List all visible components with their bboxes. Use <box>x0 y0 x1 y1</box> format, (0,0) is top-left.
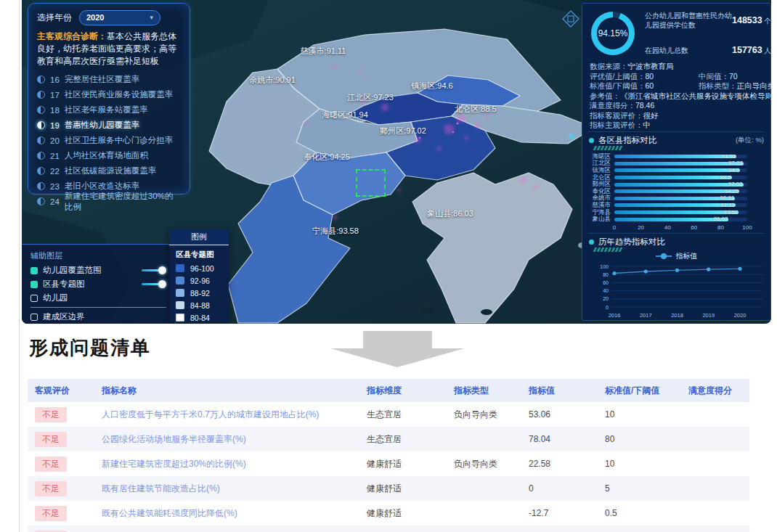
issues-table: 客观评价指标名称指标维度指标类型指标值标准值/下阈值满意度得分 不足人口密度低于… <box>28 379 749 532</box>
cell-name: 既有居住建筑节能改造占比(%) <box>94 476 359 501</box>
svg-text:60: 60 <box>603 280 609 285</box>
decoration-slashes <box>594 146 622 150</box>
bar-axis: 020406080100 <box>614 224 747 232</box>
bar-value-label: 94.25 <box>724 189 739 195</box>
info-label: 指标客观评价： <box>590 111 643 120</box>
info-label: 指标主观评价： <box>590 120 643 129</box>
table-row: 不足新建住宅建筑密度超过30%的比例(%)健康舒适负向导向类22.5810 <box>28 451 749 476</box>
cell-score <box>681 402 749 427</box>
indicator-item[interactable]: 21人均社区体育场地面积 <box>37 148 181 163</box>
bar-track: 97.02 <box>614 183 747 187</box>
map-district-region[interactable] <box>412 173 572 323</box>
panel-expander-icon[interactable]: » <box>569 129 574 142</box>
cell-dimension <box>359 525 447 532</box>
status-badge: 不足 <box>35 506 67 521</box>
column-header: 客观评价 <box>28 379 94 402</box>
bar-track: 94.25 <box>614 189 747 193</box>
status-badge: 不足 <box>35 432 67 447</box>
cell-value: 78.04 <box>521 427 598 451</box>
cell-threshold: 5 <box>598 476 681 501</box>
info-row: 参考值：《浙江省城市社区公共服务设施专项体检导则》 <box>590 91 764 102</box>
indicator-item[interactable]: 17社区便民商业服务设施覆盖率 <box>37 87 181 102</box>
toggle-switch[interactable] <box>142 266 166 274</box>
chevron-down-icon: ▾ <box>150 14 153 21</box>
bar-row: 江北区97.23 <box>589 160 764 168</box>
checkbox[interactable] <box>30 295 38 302</box>
indicator-item[interactable]: 16完整居住社区覆盖率 <box>37 72 181 87</box>
donut-value: 94.15% <box>597 17 629 49</box>
toggle-switch[interactable] <box>142 280 166 288</box>
indicator-number: 18 <box>50 106 60 115</box>
layer-label: 幼儿园 <box>43 292 68 303</box>
checkbox[interactable] <box>30 281 38 288</box>
map-3d-view-icon[interactable] <box>562 10 579 28</box>
svg-text:0: 0 <box>606 305 609 310</box>
indicator-name-link[interactable]: 既有公共建筑能耗强度同比降低(%) <box>102 508 237 518</box>
bar-track: 94.6 <box>614 168 747 172</box>
info-row: 指标客观评价：很好 <box>590 111 764 121</box>
checkbox[interactable] <box>30 267 38 274</box>
bar-chart: 海曙区91.94江北区97.23镇海区94.6北仑区88.5鄞州区97.02奉化… <box>589 153 764 223</box>
bar-value-label: 97.23 <box>728 160 743 166</box>
bar-row: 慈溪市91.11 <box>589 202 764 209</box>
diagnosis-text: 主客观综合诊断：基本公共服务总体良好，幼托养老面临更高要求；高等教育和高层次医疗… <box>37 30 181 67</box>
info-value: 80 <box>645 72 654 81</box>
cell-objective: 不足 <box>28 476 94 501</box>
checkbox[interactable] <box>30 314 38 321</box>
half-circle-icon <box>37 121 45 129</box>
indicator-item[interactable]: 18社区老年服务站覆盖率 <box>37 102 181 118</box>
stat-label: 公办幼儿园和普惠性民办幼儿园提供学位数 <box>645 11 732 30</box>
indicator-name-link[interactable]: 人口密度低于每平方千米0.7万人的城市建设用地占比(%) <box>102 409 319 420</box>
legend-range: 92-96 <box>190 277 210 285</box>
cell-value <box>521 525 598 532</box>
stats: 公办幼儿园和普惠性民办幼儿园提供学位数148533 个在园幼儿总数157763 … <box>645 9 771 59</box>
legend-swatch <box>176 277 184 285</box>
bar-track: 91.11 <box>614 203 747 207</box>
indicator-label: 社区卫生服务中心门诊分担率 <box>65 135 174 146</box>
layer-item[interactable]: 建成区边界 <box>30 310 166 324</box>
indicator-item[interactable]: 19普惠性幼儿园覆盖率 <box>37 118 181 133</box>
layer-item[interactable]: 幼儿园 <box>30 291 166 305</box>
bar: 93.58 <box>614 210 739 214</box>
info-row: 评优值/上阈值：80中间值：70 <box>590 72 764 82</box>
column-header: 指标值 <box>521 379 598 402</box>
indicator-number: 23 <box>50 182 60 191</box>
indicator-item[interactable]: 24新建住宅建筑密度超过30%的比例 <box>37 194 181 209</box>
cell-threshold: 10 <box>598 451 681 476</box>
status-badge: 不足 <box>35 407 67 422</box>
legend-swatch <box>176 301 184 309</box>
indicator-name-link[interactable]: 新建住宅建筑密度超过30%的比例(%) <box>102 459 246 469</box>
indicator-item[interactable]: 22社区低碳能源设施覆盖率 <box>37 163 181 179</box>
stat-unit: 人 <box>762 46 771 54</box>
info-label: 评优值/上阈值： <box>590 72 645 81</box>
indicator-label: 社区低碳能源设施覆盖率 <box>65 165 157 176</box>
indicator-number: 22 <box>50 167 60 176</box>
svg-text:20: 20 <box>603 296 609 301</box>
legend-range: 88-92 <box>190 289 210 298</box>
layer-item[interactable]: 幼儿园覆盖范围 <box>30 263 166 277</box>
indicator-name-link[interactable]: 既有居住建筑节能改造占比(%) <box>102 483 220 494</box>
bar-row: 余姚市90.91 <box>589 195 764 202</box>
bar-row: 北仑区88.5 <box>589 174 764 181</box>
indicator-name-link[interactable]: 公园绿化活动场地服务半径覆盖率(%) <box>102 434 246 444</box>
bar: 97.23 <box>614 162 744 165</box>
diagnosis-title: 主客观综合诊断： <box>37 31 107 41</box>
legend-panel: 图例 区县专题图 96-10092-9688-9284-8880-84 <box>169 229 229 322</box>
cell-type <box>447 501 521 525</box>
cell-type <box>447 525 521 532</box>
map-dashboard: 慈溪市:91.11余姚市:90.91镇海区:94.6江北区:97.23北仑区:8… <box>22 0 771 324</box>
svg-text:2016: 2016 <box>609 312 621 319</box>
bar: 94.25 <box>614 189 739 193</box>
year-select-dropdown[interactable]: 2020 ▾ <box>79 10 160 25</box>
cell-type: 负向导向类 <box>447 402 521 427</box>
indicator-number: 24 <box>50 197 60 206</box>
cell-name: 既有公共建筑能耗强度同比降低(%) <box>94 501 359 525</box>
indicator-item[interactable]: 20社区卫生服务中心门诊分担率 <box>37 133 181 148</box>
cell-value: -12.7 <box>521 501 598 525</box>
layer-item[interactable]: 区县专题图 <box>30 277 166 291</box>
bar-track: 97.23 <box>614 162 747 165</box>
cell-type <box>447 476 521 501</box>
bar-category-label: 象山县 <box>589 215 611 224</box>
info-label: 指标类型： <box>699 81 737 90</box>
half-circle-icon <box>37 182 45 190</box>
